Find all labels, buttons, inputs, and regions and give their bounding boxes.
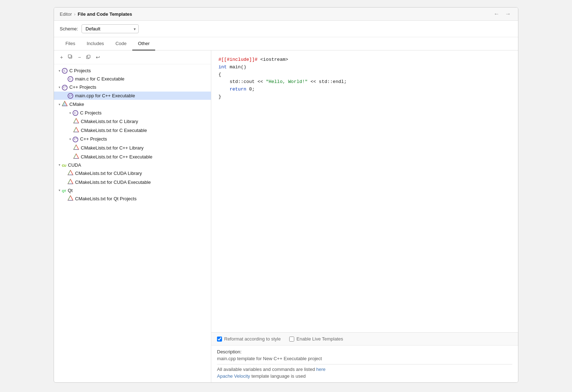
code-line-5: std::cout << "Hello, World!" << std::end… [218, 78, 511, 86]
title-nav: ← → [492, 11, 512, 17]
cmake-icon-7 [68, 179, 73, 186]
svg-line-10 [76, 118, 79, 123]
tree-item-label: CMake [69, 102, 84, 107]
svg-line-26 [70, 170, 73, 175]
code-line-3: int main() [218, 64, 511, 71]
reformat-label: Reformat according to style [224, 336, 281, 342]
svg-marker-29 [68, 179, 73, 184]
forward-button[interactable]: → [504, 11, 512, 17]
revert-button[interactable]: ↩ [94, 54, 102, 61]
code-editor[interactable]: #[[#include]]# <iostream> int main() { s… [211, 50, 518, 332]
tree-item-label: C Projects [80, 110, 102, 116]
code-line-4: { [218, 71, 511, 79]
tree-item-cmake-group[interactable]: ▾ CMake [54, 100, 211, 109]
cpp-icon: C⁺ [62, 84, 68, 90]
c-file-icon: C [68, 76, 73, 82]
main-content: + − ↩ [54, 50, 518, 382]
cmake-icon-4 [73, 144, 79, 151]
scheme-label: Scheme: [60, 26, 78, 31]
breadcrumb-separator: › [74, 11, 75, 17]
tree-item-cmake-c-library[interactable]: CMakeLists.txt for C Library [54, 117, 211, 126]
tree-item-qt-projects[interactable]: CMakeLists.txt for Qt Projects [54, 194, 211, 203]
tree-item-label: C++ Projects [80, 136, 107, 142]
velocity-suffix: template language is used [250, 373, 306, 379]
tree-item-c-projects-group[interactable]: ▾ C C Projects [54, 67, 211, 75]
live-templates-checkbox[interactable] [289, 337, 294, 342]
breadcrumb-current: File and Code Templates [78, 11, 132, 17]
description-text: main.cpp template for New C++ Executable… [217, 356, 512, 361]
add-button[interactable]: + [58, 54, 65, 61]
svg-marker-9 [74, 118, 79, 123]
reformat-checkbox[interactable] [217, 337, 222, 342]
copy-button[interactable] [66, 53, 75, 61]
tab-files[interactable]: Files [60, 37, 81, 50]
chevron-icon: ▾ [57, 188, 62, 192]
cmake-icon-3 [73, 127, 79, 134]
tree-item-cuda-group[interactable]: ▾ CU CUDA [54, 161, 211, 169]
breadcrumb-parent: Editor [60, 11, 72, 17]
svg-marker-25 [68, 170, 73, 175]
cmake-icon-8 [68, 195, 73, 202]
tab-other[interactable]: Other [132, 37, 156, 50]
tree-item-cuda-executable[interactable]: CMakeLists.txt for CUDA Executable [54, 178, 211, 187]
tree-item-label: main.c for C Executable [75, 76, 124, 82]
cmake-icon-6 [68, 170, 73, 177]
chevron-icon: ▾ [57, 69, 62, 73]
qt-icon: QT [62, 188, 66, 193]
tree-item-cmake-cpp-library[interactable]: CMakeLists.txt for C++ Library [54, 143, 211, 152]
tabs: Files Includes Code Other [54, 37, 518, 50]
svg-line-27 [68, 170, 70, 175]
right-panel: #[[#include]]# <iostream> int main() { s… [211, 50, 518, 382]
chevron-icon: ▾ [57, 103, 62, 106]
vars-link[interactable]: here [316, 367, 325, 372]
apache-velocity-link[interactable]: Apache Velocity [217, 373, 250, 379]
code-line-6: return 0; [218, 86, 511, 93]
description-label: Description: [217, 349, 512, 354]
tree-item-cmake-cpp-executable[interactable]: CMakeLists.txt for C++ Executable [54, 152, 211, 161]
svg-rect-3 [88, 55, 90, 58]
description-divider [217, 364, 512, 364]
vars-prefix: All available variables and commands are… [217, 367, 316, 372]
reformat-checkbox-label[interactable]: Reformat according to style [217, 336, 281, 342]
tree-item-label: CMakeLists.txt for C++ Executable [81, 154, 152, 160]
dialog-file-code-templates: Editor › File and Code Templates ← → Sch… [54, 7, 518, 383]
svg-marker-13 [74, 127, 79, 132]
scheme-select-wrapper: Default [82, 24, 139, 33]
template-tree: ▾ C C Projects C main.c for C Executable [54, 64, 211, 382]
chevron-icon: ▾ [57, 85, 62, 89]
duplicate-button[interactable] [84, 53, 93, 61]
tree-item-main-c[interactable]: C main.c for C Executable [54, 75, 211, 83]
svg-line-30 [70, 179, 73, 184]
c-icon-2: C [73, 110, 78, 116]
code-line-1: #[[#include]]# <iostream> [218, 56, 511, 64]
chevron-icon: ▾ [68, 137, 73, 141]
tree-item-qt-group[interactable]: ▾ QT Qt [54, 187, 211, 194]
tree-item-cmake-cpp-projects[interactable]: ▾ C⁺ C++ Projects [54, 135, 211, 143]
tree-item-label: C++ Projects [69, 84, 96, 90]
svg-marker-33 [68, 196, 73, 200]
tab-includes[interactable]: Includes [81, 37, 109, 50]
cpp-file-icon: C⁺ [68, 93, 73, 99]
tree-item-main-cpp[interactable]: C⁺ main.cpp for C++ Executable [54, 92, 211, 100]
bottom-options: Reformat according to style Enable Live … [211, 332, 518, 345]
description-velocity: Apache Velocity template language is use… [217, 373, 512, 379]
tree-item-cuda-library[interactable]: CMakeLists.txt for CUDA Library [54, 169, 211, 178]
remove-button[interactable]: − [76, 54, 83, 61]
description-area: Description: main.cpp template for New C… [211, 345, 518, 382]
back-button[interactable]: ← [492, 11, 501, 17]
tree-item-label: CUDA [68, 162, 81, 168]
svg-line-22 [76, 154, 79, 158]
tree-item-cpp-projects-group[interactable]: ▾ C⁺ C++ Projects [54, 83, 211, 92]
cmake-icon [62, 101, 68, 108]
tab-code[interactable]: Code [110, 37, 132, 50]
live-templates-checkbox-label[interactable]: Enable Live Templates [289, 336, 343, 342]
cuda-icon: CU [62, 162, 66, 168]
tree-item-cmake-c-executable[interactable]: CMakeLists.txt for C Executable [54, 126, 211, 135]
tree-item-cmake-c-projects[interactable]: ▾ C C Projects [54, 109, 211, 117]
svg-line-14 [76, 127, 79, 132]
chevron-icon: ▾ [57, 163, 62, 167]
cmake-icon-5 [73, 153, 79, 160]
toolbar: + − ↩ [54, 50, 211, 64]
live-templates-label: Enable Live Templates [296, 336, 343, 342]
scheme-select[interactable]: Default [82, 24, 139, 33]
